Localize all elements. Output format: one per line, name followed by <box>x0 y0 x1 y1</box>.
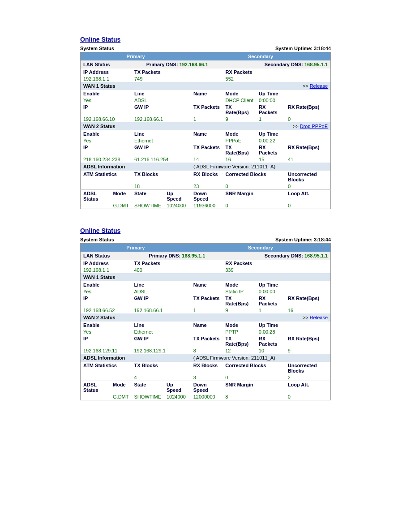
wan2-rx-rate: 41 <box>285 156 330 163</box>
wan1-col-line: Line <box>131 281 190 288</box>
adsl-status-col-mode: Mode <box>110 381 131 394</box>
adsl-corrected: 0 <box>223 374 285 381</box>
wan2-col-tx-packets: TX Packets <box>191 335 223 348</box>
wan2-col-ip: IP <box>81 144 132 156</box>
wan2-uptime: 0:00:22 <box>256 137 330 144</box>
online-status-title: Online Status <box>80 227 331 234</box>
adsl-snr: 8 <box>223 394 285 400</box>
lan-status-label: LAN Status <box>83 62 110 67</box>
page-container: Online StatusSystem StatusSystem Uptime:… <box>80 36 331 400</box>
wan2-action-prefix: >> <box>303 315 310 320</box>
wan2-enable: Yes <box>81 137 132 144</box>
adsl-status-col-adsl-status: ADSL Status <box>81 190 111 203</box>
panel-2: Online StatusSystem StatusSystem Uptime:… <box>80 227 331 400</box>
wan1-gwip: 192.168.66.1 <box>132 116 191 122</box>
adsl-status-col-up-speed: Up Speed <box>164 190 191 203</box>
lan-status-label: LAN Status <box>83 253 110 258</box>
wan1-name <box>191 288 223 295</box>
adsl-status-col-snr-margin: SNR Margin <box>223 381 285 394</box>
lan-rx-packets: 552 <box>223 76 331 82</box>
wan2-col-mode: Mode <box>223 130 257 137</box>
secondary-tab[interactable]: Secondary <box>191 244 331 252</box>
lan-col-tx-packets: TX Packets <box>131 260 223 267</box>
wan1-rx-packets: 1 <box>256 307 285 313</box>
adsl-status-col-state: State <box>132 190 164 203</box>
wan2-action-link[interactable]: Drop PPPoE <box>300 124 328 129</box>
wan1-mode: DHCP Client <box>223 97 257 103</box>
system-status-row: System StatusSystem Uptime: 3:18:44 <box>80 237 331 242</box>
wan1-line: ADSL <box>131 288 190 295</box>
wan1-status-label: WAN 1 Status <box>81 273 223 281</box>
wan1-col-enable: Enable <box>81 90 132 97</box>
status-table: PrimarySecondaryLAN StatusPrimary DNS: 1… <box>80 243 331 400</box>
wan1-col-ip: IP <box>81 295 132 307</box>
wan2-col-tx-rate-bps-: TX Rate(Bps) <box>223 335 256 348</box>
adsl-down-speed: 12000000 <box>191 394 223 400</box>
wan1-col-tx-packets: TX Packets <box>191 103 223 116</box>
wan2-col-line: Line <box>132 130 191 137</box>
wan1-action-link[interactable]: Release <box>310 83 328 89</box>
adsl-status-col-state: State <box>131 381 164 394</box>
wan2-col-name: Name <box>191 130 223 137</box>
wan2-gwip: 192.168.129.1 <box>131 348 190 354</box>
wan2-col-rx-packets: RX Packets <box>256 335 285 348</box>
wan2-col-up-time: Up Time <box>256 130 330 137</box>
wan2-col-gw-ip: GW IP <box>132 144 191 156</box>
primary-tab[interactable]: Primary <box>81 244 191 252</box>
online-status-title: Online Status <box>80 36 331 43</box>
adsl-up-speed: 1024000 <box>164 394 191 400</box>
wan2-action-link[interactable]: Release <box>310 315 328 320</box>
wan2-action-prefix: >> <box>293 124 300 129</box>
wan2-col-rx-rate-bps-: RX Rate(Bps) <box>285 335 331 348</box>
wan2-uptime: 0:00:28 <box>256 329 331 335</box>
wan2-enable: Yes <box>81 329 132 335</box>
wan2-col-tx-packets: TX Packets <box>191 144 223 156</box>
atm-col-uncorrected-blocks: Uncorrected Blocks <box>285 171 330 183</box>
adsl-snr: 0 <box>223 202 285 209</box>
adsl-mode: G.DMT <box>110 394 131 400</box>
wan2-rx-rate: 9 <box>285 348 331 354</box>
adsl-up-speed: 1024000 <box>164 202 191 209</box>
lan-col-ip-address: IP Address <box>81 260 132 267</box>
wan2-ip: 218.160.234.238 <box>81 156 132 163</box>
wan1-status-label: WAN 1 Status <box>81 82 223 90</box>
wan2-rx-packets: 15 <box>256 156 285 163</box>
wan2-rx-packets: 10 <box>256 348 285 354</box>
wan2-name <box>191 137 223 144</box>
system-status-label: System Status <box>80 46 114 51</box>
wan2-col-ip: IP <box>81 335 132 348</box>
adsl-adsl-status <box>81 202 111 209</box>
primary-tab[interactable]: Primary <box>81 52 191 61</box>
atm-col-rx-blocks: RX Blocks <box>191 362 223 374</box>
system-uptime: System Uptime: 3:18:44 <box>275 237 331 242</box>
wan2-col-tx-rate-bps-: TX Rate(Bps) <box>223 144 257 156</box>
atm-col-uncorrected-blocks: Uncorrected Blocks <box>285 362 331 374</box>
wan1-line: ADSL <box>132 97 191 103</box>
secondary-tab[interactable]: Secondary <box>191 52 330 61</box>
lan-rx-packets: 339 <box>223 267 330 273</box>
system-status-label: System Status <box>80 237 114 242</box>
adsl-state: SHOWTIME <box>132 202 164 209</box>
secondary-dns-label: Secondary DNS: <box>265 62 303 67</box>
wan1-tx-rate: 9 <box>223 116 257 122</box>
wan1-col-tx-rate-bps-: TX Rate(Bps) <box>223 103 257 116</box>
wan2-tx-packets: 8 <box>191 348 223 354</box>
adsl-uncorrected: 0 <box>285 183 330 190</box>
wan1-rx-packets: 1 <box>256 116 285 122</box>
adsl-status-col-loop-att.: Loop Att. <box>285 190 330 203</box>
wan1-mode: Static IP <box>223 288 256 295</box>
wan2-status-label: WAN 2 Status <box>81 122 223 130</box>
wan1-uptime: 0:00:00 <box>256 288 331 295</box>
wan1-col-name: Name <box>191 281 223 288</box>
wan2-col-rx-rate-bps-: RX Rate(Bps) <box>285 144 330 156</box>
wan1-uptime: 0:00:00 <box>256 97 330 103</box>
wan2-col-name: Name <box>191 322 223 329</box>
atm-col-tx-blocks: TX Blocks <box>132 171 191 183</box>
wan2-line: Ethernet <box>131 329 190 335</box>
system-uptime: System Uptime: 3:18:44 <box>275 46 331 51</box>
wan2-col-enable: Enable <box>81 322 132 329</box>
wan1-name <box>191 97 223 103</box>
adsl-corrected: 0 <box>223 183 285 190</box>
wan1-col-rx-rate-bps-: RX Rate(Bps) <box>285 103 330 116</box>
system-status-row: System StatusSystem Uptime: 3:18:44 <box>80 46 331 51</box>
